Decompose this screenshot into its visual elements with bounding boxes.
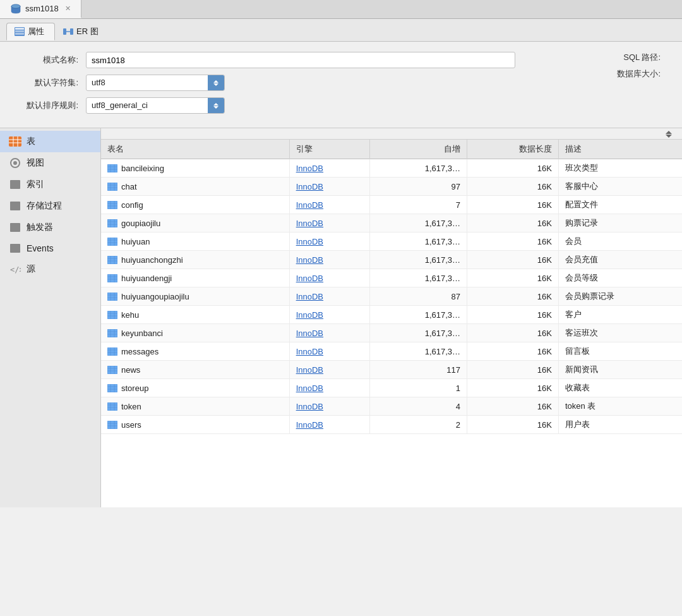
table-row[interactable]: huiyuan InnoDB1,617,3…16K会员 [101, 233, 682, 251]
table-row[interactable]: users InnoDB216K用户表 [101, 416, 682, 434]
col-header-engine[interactable]: 引擎 [289, 140, 370, 159]
engine-link[interactable]: InnoDB [296, 420, 323, 430]
engine-link[interactable]: InnoDB [296, 255, 323, 265]
engine-link[interactable]: InnoDB [296, 365, 323, 375]
cell-table-name: goupiaojilu [121, 219, 160, 228]
cell-description: token 表 [558, 397, 682, 416]
cell-description: 会员充值 [558, 251, 682, 269]
sub-tab-bar: 属性 ER 图 [0, 19, 682, 42]
table-row[interactable]: token InnoDB416Ktoken 表 [101, 397, 682, 416]
sidebar-item-procedures[interactable]: 存储过程 [0, 195, 100, 217]
sidebar-item-source[interactable]: </> 源 [0, 258, 100, 280]
cell-engine[interactable]: InnoDB [289, 233, 370, 251]
cell-engine[interactable]: InnoDB [289, 397, 370, 416]
svg-rect-71 [107, 347, 117, 356]
cell-auto-inc: 7 [370, 196, 467, 214]
cell-auto-inc: 1,617,3… [370, 159, 467, 178]
row-table-icon [107, 383, 117, 392]
tables-table: 表名 引擎 自增 数据长度 描述 [101, 140, 682, 434]
table-row[interactable]: bancileixing InnoDB1,617,3…16K班次类型 [101, 159, 682, 178]
cell-engine[interactable]: InnoDB [289, 361, 370, 379]
cell-engine[interactable]: InnoDB [289, 196, 370, 214]
table-icon [9, 136, 21, 147]
table-row[interactable]: chat InnoDB9716K客服中心 [101, 178, 682, 196]
col-header-name[interactable]: 表名 [101, 140, 289, 159]
cell-engine[interactable]: InnoDB [289, 306, 370, 324]
sort-controls[interactable] [666, 131, 672, 138]
table-row[interactable]: huiyuanchongzhi InnoDB1,617,3…16K会员充值 [101, 251, 682, 269]
sidebar-procedures-label: 存储过程 [27, 200, 62, 212]
engine-link[interactable]: InnoDB [296, 383, 323, 393]
engine-link[interactable]: InnoDB [296, 310, 323, 320]
cell-engine[interactable]: InnoDB [289, 159, 370, 178]
tab-er[interactable]: ER 图 [55, 23, 109, 40]
engine-link[interactable]: InnoDB [296, 274, 323, 283]
table-row[interactable]: huiyuandengji InnoDB1,617,3…16K会员等级 [101, 269, 682, 287]
table-row[interactable]: storeup InnoDB116K收藏表 [101, 379, 682, 397]
table-row[interactable]: huiyuangoupiaojilu InnoDB8716K会员购票记录 [101, 287, 682, 306]
row-table-icon [107, 402, 117, 411]
cell-engine[interactable]: InnoDB [289, 269, 370, 287]
view-icon [9, 158, 21, 168]
source-icon: </> [9, 264, 21, 274]
cell-description: 班次类型 [558, 159, 682, 178]
sidebar-source-label: 源 [27, 263, 35, 275]
sidebar-item-views[interactable]: 视图 [0, 152, 100, 174]
col-header-auto-inc[interactable]: 自增 [370, 140, 467, 159]
tab-ssm1018[interactable]: ssm1018 ✕ [0, 0, 81, 18]
cell-description: 客户 [558, 306, 682, 324]
tab-properties[interactable]: 属性 [6, 23, 55, 40]
cell-description: 会员等级 [558, 269, 682, 287]
cell-engine[interactable]: InnoDB [289, 287, 370, 306]
cell-name: kehu [101, 306, 289, 324]
sidebar-item-tables[interactable]: 表 [0, 131, 100, 152]
svg-rect-21 [107, 164, 117, 172]
properties-icon [15, 27, 25, 36]
cell-engine[interactable]: InnoDB [289, 251, 370, 269]
cell-name: bancileixing [101, 159, 289, 178]
cell-engine[interactable]: InnoDB [289, 342, 370, 361]
cell-name: messages [101, 342, 289, 361]
engine-link[interactable]: InnoDB [296, 347, 323, 356]
table-row[interactable]: messages InnoDB1,617,3…16K留言板 [101, 342, 682, 361]
svg-rect-81 [107, 384, 117, 392]
engine-link[interactable]: InnoDB [296, 292, 323, 301]
table-row[interactable]: news InnoDB11716K新闻资讯 [101, 361, 682, 379]
cell-name: huiyuangoupiaojilu [101, 287, 289, 306]
cell-name: huiyuan [101, 233, 289, 251]
row-table-icon [107, 274, 117, 282]
sidebar-item-indexes[interactable]: 索引 [0, 174, 100, 195]
cell-data-length: 16K [467, 306, 559, 324]
engine-link[interactable]: InnoDB [296, 402, 323, 411]
table-row[interactable]: keyunbanci InnoDB1,617,3…16K客运班次 [101, 324, 682, 342]
svg-rect-17 [10, 202, 20, 210]
sidebar-tables-label: 表 [27, 136, 35, 147]
cell-engine[interactable]: InnoDB [289, 324, 370, 342]
cell-engine[interactable]: InnoDB [289, 214, 370, 233]
table-row[interactable]: goupiaojilu InnoDB1,617,3…16K购票记录 [101, 214, 682, 233]
trigger-icon [9, 222, 21, 233]
charset-select[interactable]: utf8 [86, 75, 225, 91]
tab-er-label: ER 图 [76, 26, 99, 37]
engine-link[interactable]: InnoDB [296, 237, 323, 246]
engine-link[interactable]: InnoDB [296, 219, 323, 228]
cell-engine[interactable]: InnoDB [289, 416, 370, 434]
engine-link[interactable]: InnoDB [296, 164, 323, 173]
engine-link[interactable]: InnoDB [296, 182, 323, 191]
cell-engine[interactable]: InnoDB [289, 178, 370, 196]
table-row[interactable]: kehu InnoDB1,617,3…16K客户 [101, 306, 682, 324]
collation-select-button[interactable] [208, 98, 224, 113]
cell-table-name: kehu [121, 310, 139, 320]
tab-close-button[interactable]: ✕ [65, 4, 71, 13]
col-header-data-length[interactable]: 数据长度 [467, 140, 559, 159]
charset-select-button[interactable] [208, 75, 224, 90]
col-header-description[interactable]: 描述 [558, 140, 682, 159]
schema-name-input[interactable] [86, 52, 515, 68]
sidebar-item-triggers[interactable]: 触发器 [0, 217, 100, 238]
collation-select[interactable]: utf8_general_ci [86, 97, 225, 114]
table-row[interactable]: config InnoDB716K配置文件 [101, 196, 682, 214]
sidebar-item-events[interactable]: Events [0, 238, 100, 258]
cell-engine[interactable]: InnoDB [289, 379, 370, 397]
engine-link[interactable]: InnoDB [296, 329, 323, 338]
engine-link[interactable]: InnoDB [296, 200, 323, 210]
